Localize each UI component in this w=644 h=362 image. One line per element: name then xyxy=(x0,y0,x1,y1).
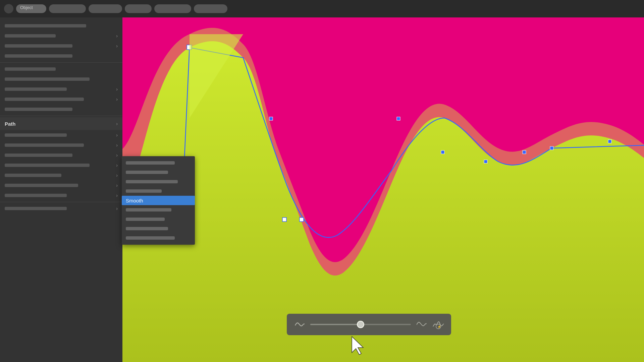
sidebar-bar xyxy=(5,67,56,71)
sidebar-item[interactable] xyxy=(0,21,122,31)
sidebar-bar xyxy=(5,184,78,187)
sidebar-item[interactable] xyxy=(0,64,122,74)
sidebar-item[interactable]: › xyxy=(0,130,122,140)
toolbar-pill-3[interactable] xyxy=(89,4,122,13)
sidebar-item[interactable]: › xyxy=(0,190,122,200)
dropdown-item[interactable] xyxy=(122,205,195,215)
app-menu-button[interactable] xyxy=(4,4,13,13)
sidebar-arrow-icon: › xyxy=(116,153,118,158)
sidebar-arrow-icon: › xyxy=(116,86,118,92)
top-toolbar: Object xyxy=(0,0,644,17)
smooth-option-label: Smooth xyxy=(126,198,143,203)
svg-rect-1 xyxy=(282,218,286,222)
sidebar-item[interactable]: › xyxy=(0,94,122,104)
sidebar-arrow-icon: › xyxy=(116,142,118,148)
dropdown-item[interactable] xyxy=(122,186,195,196)
sidebar-divider xyxy=(0,116,122,116)
sidebar-bar xyxy=(5,108,72,111)
sidebar-bar xyxy=(5,87,67,91)
path-smoothing-toolbar[interactable]: ⚡ xyxy=(287,314,451,335)
svg-rect-2 xyxy=(300,218,304,222)
sidebar-bar xyxy=(5,174,61,177)
dropdown-bar xyxy=(126,208,171,212)
sidebar-bar xyxy=(5,207,67,210)
slider-track xyxy=(310,324,411,325)
sidebar-item[interactable]: › xyxy=(0,84,122,94)
smoothing-slider[interactable] xyxy=(310,320,411,329)
svg-text:⚡: ⚡ xyxy=(437,325,441,329)
randomize-button[interactable]: ⚡ xyxy=(432,318,444,330)
sidebar-item[interactable]: › xyxy=(0,31,122,41)
path-arrow-icon: › xyxy=(116,121,118,126)
sidebar-item[interactable]: › xyxy=(0,170,122,180)
smooth-dropdown[interactable]: Smooth xyxy=(122,156,195,245)
sidebar-arrow-icon: › xyxy=(116,97,118,102)
wave-icon-left[interactable] xyxy=(293,318,306,330)
dropdown-item-smooth[interactable]: Smooth xyxy=(122,196,195,205)
dropdown-item[interactable] xyxy=(122,168,195,177)
toolbar-object-button[interactable]: Object xyxy=(16,4,46,13)
toolbar-pill-4[interactable] xyxy=(125,4,152,13)
dropdown-bar xyxy=(126,161,175,165)
left-sidebar: › › › › Path › › › › xyxy=(0,17,122,362)
svg-rect-8 xyxy=(550,146,553,150)
sidebar-item[interactable] xyxy=(0,104,122,114)
sidebar-bar xyxy=(5,143,84,147)
sidebar-bar xyxy=(5,133,67,137)
dropdown-bar xyxy=(126,189,162,193)
sidebar-divider xyxy=(0,202,122,202)
dropdown-bar xyxy=(126,236,175,240)
sidebar-arrow-icon: › xyxy=(116,33,118,39)
dropdown-item[interactable] xyxy=(122,224,195,233)
sidebar-bar xyxy=(5,164,90,167)
sidebar-arrow-icon: › xyxy=(116,173,118,178)
sidebar-arrow-icon: › xyxy=(116,183,118,188)
path-label: Path xyxy=(5,121,16,127)
sidebar-arrow-icon: › xyxy=(116,206,118,211)
dropdown-item[interactable] xyxy=(122,158,195,168)
sidebar-bar xyxy=(5,194,67,197)
sidebar-bar xyxy=(5,98,84,101)
sidebar-item-bottom[interactable]: › xyxy=(0,203,122,214)
sidebar-item[interactable] xyxy=(0,74,122,84)
sidebar-bar xyxy=(5,77,90,81)
dropdown-item[interactable] xyxy=(122,233,195,243)
sidebar-bar xyxy=(5,24,86,27)
dropdown-item[interactable] xyxy=(122,215,195,224)
sidebar-arrow-icon: › xyxy=(116,163,118,168)
sidebar-bar xyxy=(5,154,72,157)
dropdown-item[interactable] xyxy=(122,177,195,186)
wave-path-svg xyxy=(122,17,644,362)
dropdown-bar xyxy=(126,218,165,221)
toolbar-pill-2[interactable] xyxy=(49,4,86,13)
dropdown-bar xyxy=(126,227,168,230)
sidebar-bar xyxy=(5,34,56,38)
sidebar-item[interactable]: › xyxy=(0,41,122,51)
svg-rect-9 xyxy=(608,140,611,143)
sidebar-bar xyxy=(5,44,72,48)
sidebar-arrow-icon: › xyxy=(116,193,118,198)
wave-icon-right[interactable] xyxy=(416,318,428,330)
svg-rect-6 xyxy=(484,160,487,163)
sidebar-bar xyxy=(5,54,72,58)
sidebar-item[interactable]: › xyxy=(0,150,122,160)
toolbar-pill-6[interactable] xyxy=(194,4,227,13)
slider-fill xyxy=(310,324,361,325)
sidebar-item[interactable]: › xyxy=(0,140,122,150)
sidebar-divider xyxy=(0,62,122,63)
slider-thumb[interactable] xyxy=(357,321,364,328)
dropdown-bar xyxy=(126,180,178,183)
sidebar-item[interactable]: › xyxy=(0,180,122,190)
sidebar-item[interactable]: › xyxy=(0,160,122,170)
sidebar-arrow-icon: › xyxy=(116,43,118,49)
svg-rect-7 xyxy=(523,150,526,154)
svg-rect-3 xyxy=(269,117,273,120)
canvas-area[interactable]: ⚡ xyxy=(122,17,644,362)
toolbar-pill-5[interactable] xyxy=(154,4,191,13)
toolbar-object-label: Object xyxy=(16,5,33,10)
svg-rect-5 xyxy=(441,150,444,154)
sidebar-arrow-icon: › xyxy=(116,132,118,138)
sidebar-path-section[interactable]: Path › xyxy=(0,117,122,130)
sidebar-item[interactable] xyxy=(0,51,122,61)
svg-rect-4 xyxy=(397,117,400,120)
